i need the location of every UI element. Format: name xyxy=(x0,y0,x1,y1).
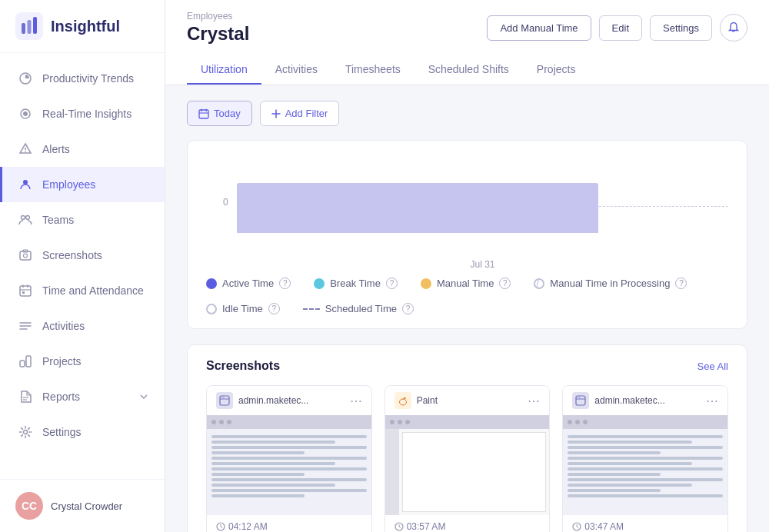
card-header-3: admin.maketec... ⋯ xyxy=(563,386,727,415)
app-icon-3 xyxy=(572,392,589,409)
card-header-1: admin.maketec... ⋯ xyxy=(207,386,371,415)
idle-time-indicator xyxy=(206,304,217,314)
sidebar-item-label: Productivity Trends xyxy=(42,72,134,85)
footer-name: Crystal Crowder xyxy=(51,500,122,512)
sidebar-item-settings[interactable]: Settings xyxy=(0,414,165,450)
legend-scheduled-time: Scheduled Time ? xyxy=(303,303,414,314)
screenshots-icon xyxy=(18,248,33,263)
sidebar-item-label: Teams xyxy=(42,214,74,226)
screenshots-title: Screenshots xyxy=(206,359,280,373)
reports-icon xyxy=(18,389,33,404)
chevron-down-icon xyxy=(138,391,149,402)
legend-break-time: Break Time ? xyxy=(314,278,398,289)
idle-time-help-icon[interactable]: ? xyxy=(268,303,280,314)
manual-processing-indicator xyxy=(534,278,544,289)
manual-time-help-icon[interactable]: ? xyxy=(499,278,511,289)
alerts-icon xyxy=(18,141,33,157)
clock-icon-2 xyxy=(394,522,404,531)
app-name-3: admin.maketec... xyxy=(594,395,664,406)
screenshots-section: Screenshots See All xyxy=(187,344,747,532)
settings-button[interactable]: Settings xyxy=(650,15,712,41)
card-menu-1[interactable]: ⋯ xyxy=(350,394,362,408)
breadcrumb: Employees xyxy=(187,11,249,22)
header-title-group: Employees Crystal xyxy=(187,11,249,45)
clock-icon-3 xyxy=(572,522,581,531)
screenshot-thumbnail-3 xyxy=(563,415,727,515)
sidebar-item-productivity-trends[interactable]: Productivity Trends xyxy=(0,61,165,96)
app-icon-1 xyxy=(216,392,233,409)
tabs: Utilization Activities Timesheets Schedu… xyxy=(187,55,747,85)
sidebar-item-label: Reports xyxy=(42,391,80,403)
app-info-2: Paint xyxy=(394,392,438,409)
break-time-help-icon[interactable]: ? xyxy=(386,278,398,289)
svg-point-9 xyxy=(23,180,28,185)
sidebar-item-alerts[interactable]: Alerts xyxy=(0,131,165,167)
svg-point-27 xyxy=(24,431,28,434)
scheduled-time-help-icon[interactable]: ? xyxy=(402,303,414,314)
svg-point-10 xyxy=(22,216,25,220)
chart-date-label: Jul 31 xyxy=(206,259,728,270)
sidebar-item-screenshots[interactable]: Screenshots xyxy=(0,238,165,273)
card-menu-3[interactable]: ⋯ xyxy=(706,394,718,408)
notifications-button[interactable] xyxy=(720,14,747,42)
tab-timesheets[interactable]: Timesheets xyxy=(331,55,414,85)
svg-rect-15 xyxy=(20,286,31,296)
legend-label: Break Time xyxy=(330,278,381,289)
legend-label: Active Time xyxy=(222,278,274,289)
legend-label: Idle Time xyxy=(222,303,263,314)
reports-left: Reports xyxy=(18,389,80,404)
today-filter-button[interactable]: Today xyxy=(187,101,252,126)
active-time-help-icon[interactable]: ? xyxy=(279,278,291,289)
sidebar-item-teams[interactable]: Teams xyxy=(0,202,165,238)
app-info-1: admin.maketec... xyxy=(216,392,308,409)
chart-icon xyxy=(18,71,33,86)
screenshots-header: Screenshots See All xyxy=(206,359,728,373)
card-menu-2[interactable]: ⋯ xyxy=(528,394,540,408)
card-footer-2: 03:57 AM Crystal xyxy=(385,515,550,532)
tab-scheduled-shifts[interactable]: Scheduled Shifts xyxy=(414,55,523,85)
tab-activities[interactable]: Activities xyxy=(261,55,331,85)
logo-icon xyxy=(15,12,43,40)
sidebar-item-time-attendance[interactable]: Time and Attendance xyxy=(0,273,165,308)
card-header-2: Paint ⋯ xyxy=(385,386,550,415)
svg-point-39 xyxy=(399,399,406,405)
app-name-1: admin.maketec... xyxy=(238,395,308,406)
edit-button[interactable]: Edit xyxy=(599,15,642,41)
break-time-indicator xyxy=(314,278,325,289)
sidebar-item-employees[interactable]: Employees xyxy=(0,167,165,202)
app-icon-2 xyxy=(394,392,411,409)
tab-utilization[interactable]: Utilization xyxy=(187,55,261,85)
card-footer-1: 04:12 AM Crystal xyxy=(207,515,371,532)
sidebar-item-projects[interactable]: Projects xyxy=(0,344,165,379)
chart-section: 0 Jul 31 Active Time ? Break Time ? xyxy=(187,140,747,329)
chart-bar xyxy=(237,183,598,233)
manual-processing-help-icon[interactable]: ? xyxy=(675,278,687,289)
scheduled-time-indicator xyxy=(303,308,320,310)
page-title: Crystal xyxy=(187,23,249,45)
tab-projects[interactable]: Projects xyxy=(523,55,590,85)
svg-rect-19 xyxy=(22,291,25,294)
svg-rect-28 xyxy=(199,110,208,118)
card-footer-3: 03:47 AM Crystal xyxy=(563,515,727,532)
screenshot-card-3: admin.maketec... ⋯ xyxy=(562,385,728,532)
svg-rect-12 xyxy=(20,251,31,260)
screenshot-time-2: 03:57 AM xyxy=(394,521,541,532)
add-filter-button[interactable]: Add Filter xyxy=(260,101,340,126)
sidebar-item-label: Activities xyxy=(42,320,85,332)
calendar-icon xyxy=(198,108,209,119)
employees-icon xyxy=(18,177,33,192)
content-area: Today Add Filter 0 Jul 31 xyxy=(165,85,769,532)
time-icon xyxy=(18,283,33,298)
sidebar-item-label: Screenshots xyxy=(42,249,102,261)
sidebar-item-label: Alerts xyxy=(42,143,70,155)
screenshot-card-2: Paint ⋯ xyxy=(384,385,551,532)
browser-icon-2 xyxy=(575,395,586,406)
add-manual-time-button[interactable]: Add Manual Time xyxy=(487,15,591,41)
sidebar-item-real-time-insights[interactable]: Real-Time Insights xyxy=(0,96,165,131)
see-all-link[interactable]: See All xyxy=(697,361,728,372)
sidebar-item-reports[interactable]: Reports xyxy=(0,379,165,414)
sidebar-item-activities[interactable]: Activities xyxy=(0,308,165,344)
legend-active-time: Active Time ? xyxy=(206,278,291,289)
sidebar-item-label: Real-Time Insights xyxy=(42,108,131,120)
filter-bar: Today Add Filter xyxy=(187,101,747,126)
